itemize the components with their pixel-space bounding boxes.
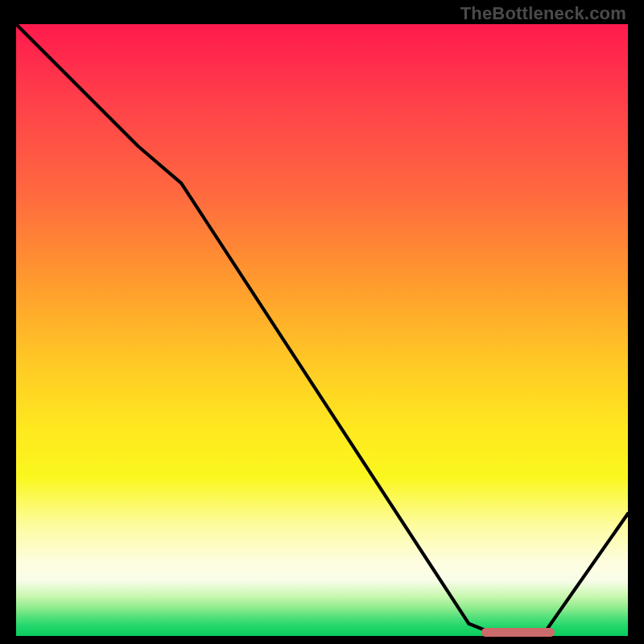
- chart-frame: [16, 24, 628, 636]
- watermark-text: TheBottleneck.com: [460, 3, 626, 24]
- line-series: [16, 24, 628, 636]
- curve-path: [16, 24, 628, 636]
